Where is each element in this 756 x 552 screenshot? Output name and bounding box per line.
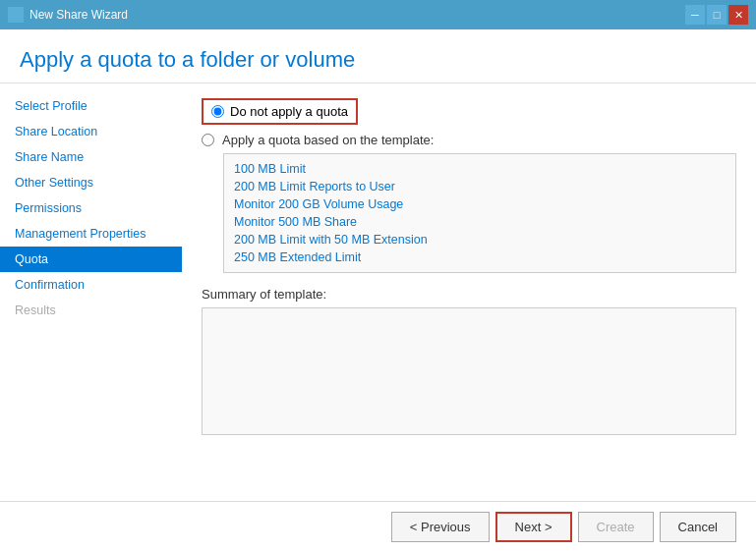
page-header: Apply a quota to a folder or volume [0,29,756,83]
title-bar-title: New Share Wizard [29,8,128,22]
list-item[interactable]: Monitor 500 MB Share [234,213,726,231]
list-item[interactable]: 250 MB Extended Limit [234,248,726,266]
summary-label: Summary of template: [202,287,736,302]
sidebar-item-confirmation[interactable]: Confirmation [0,272,182,298]
window-body: Apply a quota to a folder or volume Sele… [0,29,756,552]
close-button[interactable]: ✕ [728,5,748,25]
list-item[interactable]: Monitor 200 GB Volume Usage [234,195,726,213]
sidebar-item-share-location[interactable]: Share Location [0,119,182,144]
app-icon [8,7,24,23]
summary-box [202,307,736,435]
radio-do-not-apply-label[interactable]: Do not apply a quota [230,104,348,119]
sidebar-item-share-name[interactable]: Share Name [0,144,182,170]
radio-apply-template[interactable] [202,134,214,146]
cancel-button[interactable]: Cancel [660,512,736,542]
radio-option-1-highlight: Do not apply a quota [202,98,358,125]
content-area: Select ProfileShare LocationShare NameOt… [0,83,756,501]
page-title: Apply a quota to a folder or volume [20,47,736,73]
sidebar-item-select-profile[interactable]: Select Profile [0,93,182,119]
restore-button[interactable]: □ [707,5,727,25]
create-button[interactable]: Create [578,512,654,542]
quota-template-list[interactable]: 100 MB Limit200 MB Limit Reports to User… [223,153,736,273]
radio-apply-template-label[interactable]: Apply a quota based on the template: [222,133,434,147]
sidebar-item-other-settings[interactable]: Other Settings [0,170,182,195]
radio-group: Do not apply a quota Apply a quota based… [202,98,736,273]
footer: < Previous Next > Create Cancel [0,501,756,552]
previous-button[interactable]: < Previous [391,512,490,542]
radio-option-2-container: Apply a quota based on the template: [202,133,736,147]
sidebar-item-results: Results [0,298,182,323]
minimize-button[interactable]: ─ [685,5,705,25]
radio-option-1-container: Do not apply a quota [202,98,736,125]
main-panel: Do not apply a quota Apply a quota based… [182,83,756,501]
list-item[interactable]: 200 MB Limit with 50 MB Extension [234,231,726,248]
summary-section: Summary of template: [202,287,736,435]
sidebar: Select ProfileShare LocationShare NameOt… [0,83,182,501]
sidebar-item-permissions[interactable]: Permissions [0,195,182,221]
next-button[interactable]: Next > [495,512,572,542]
title-bar-controls: ─ □ ✕ [685,5,748,25]
list-item[interactable]: 100 MB Limit [234,160,726,178]
list-item[interactable]: 200 MB Limit Reports to User [234,178,726,195]
title-bar: New Share Wizard ─ □ ✕ [0,0,756,29]
sidebar-item-management-properties[interactable]: Management Properties [0,221,182,247]
radio-do-not-apply[interactable] [211,105,224,118]
sidebar-item-quota[interactable]: Quota [0,247,182,272]
